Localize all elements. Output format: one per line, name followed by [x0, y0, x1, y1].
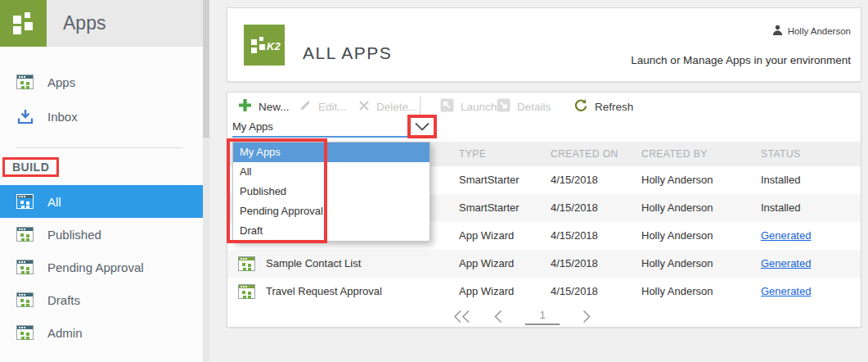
page-header-card: K2 ALL APPS Holly Anderson Launch or Man…: [227, 7, 861, 82]
pagination: 1: [205, 304, 839, 328]
dropdown-option-all[interactable]: All: [233, 162, 430, 182]
dropdown-option-my-apps[interactable]: My Apps: [233, 143, 430, 162]
generated-status-link[interactable]: Generated: [761, 257, 811, 269]
launch-button[interactable]: Launch: [440, 98, 497, 115]
next-page-icon[interactable]: [582, 310, 591, 324]
sidebar-item-pending-approval[interactable]: Pending Approval: [0, 251, 203, 283]
launch-arrow-icon: [440, 98, 454, 115]
toolbar-divider: [420, 97, 421, 116]
scrollbar-thumb[interactable]: [203, 0, 209, 138]
column-header-type: TYPE: [459, 142, 551, 166]
app-window-icon: [238, 256, 255, 271]
sidebar-item-label: Apps: [47, 75, 75, 89]
sidebar-item-drafts[interactable]: Drafts: [0, 283, 203, 316]
table-row[interactable]: Sample Contact List App Wizard 4/15/2018…: [227, 250, 861, 278]
build-section-label-annotated: BUILD: [2, 157, 59, 177]
person-icon: [772, 25, 783, 37]
sidebar-item-label: Pending Approval: [47, 260, 144, 274]
k2-grid-logo-icon[interactable]: [0, 0, 47, 47]
dropdown-option-draft[interactable]: Draft: [233, 221, 430, 241]
sidebar-item-label: Admin: [47, 326, 83, 340]
status-text: Installed: [761, 174, 800, 186]
inbox-icon: [16, 109, 34, 124]
app-filter-select[interactable]: My Apps: [232, 117, 407, 138]
build-items-list: All Published Pending Approval Drafts Ad…: [0, 185, 203, 349]
user-name: Holly Anderson: [788, 26, 851, 36]
refresh-button[interactable]: Refresh: [573, 98, 633, 115]
delete-button[interactable]: Delete...: [358, 100, 420, 114]
plus-icon: [238, 98, 252, 115]
chevron-down-icon[interactable]: [414, 122, 430, 131]
sidebar-item-label: Published: [47, 228, 101, 242]
details-arrow-icon-button[interactable]: Details: [497, 98, 562, 115]
edit-button[interactable]: Edit...: [299, 99, 358, 114]
generated-status-link[interactable]: Generated: [761, 229, 811, 242]
sidebar-item-apps[interactable]: Apps: [0, 65, 203, 99]
column-header-status: STATUS: [761, 142, 861, 166]
dropdown-option-published[interactable]: Published: [233, 182, 430, 201]
apps-window-icon: [16, 75, 34, 89]
table-row[interactable]: Travel Request Approval App Wizard 4/15/…: [227, 278, 861, 305]
app-name: Sample Contact List: [266, 250, 361, 278]
details-arrow-icon: [497, 98, 510, 115]
apps-window-icon: [16, 227, 34, 242]
filter-dropdown-list: My Apps All Published Pending Approval D…: [232, 142, 430, 242]
annotation-box-chevron: [407, 115, 437, 138]
k2-logo: K2: [244, 25, 285, 66]
apps-window-icon: [16, 260, 34, 274]
apps-window-icon: [16, 325, 34, 340]
column-header-created-by: CREATED BY: [641, 142, 761, 166]
x-icon: [358, 100, 370, 114]
column-header-created-on: CREATED ON: [551, 142, 641, 166]
app-name: Travel Request Approval: [266, 278, 382, 305]
sidebar-item-label: Inbox: [47, 110, 78, 124]
refresh-icon: [573, 98, 588, 115]
user-menu[interactable]: Holly Anderson: [772, 25, 851, 37]
pencil-icon: [299, 99, 312, 114]
first-page-icon[interactable]: [452, 310, 471, 324]
sidebar-item-label: All: [47, 195, 61, 209]
toolbar: New... Edit... Delete... Launch: [227, 93, 861, 120]
app-window-icon: [238, 284, 255, 299]
page-number-input[interactable]: 1: [525, 307, 560, 325]
generated-status-link[interactable]: Generated: [761, 285, 811, 297]
sidebar-item-published[interactable]: Published: [0, 218, 203, 251]
filter-value: My Apps: [232, 120, 273, 133]
sidebar-item-all[interactable]: All: [0, 185, 203, 218]
sidebar-title: Apps: [63, 12, 106, 34]
sidebar-item-admin[interactable]: Admin: [0, 316, 203, 349]
sidebar: Apps Apps Inbox BUILD All Publishe: [0, 0, 203, 362]
apps-window-icon: [16, 194, 34, 209]
apps-list-card: New... Edit... Delete... Launch: [227, 92, 861, 328]
sidebar-item-label: Drafts: [47, 293, 80, 307]
dropdown-option-pending-approval[interactable]: Pending Approval: [233, 201, 430, 221]
sidebar-nav: Apps Inbox: [0, 65, 203, 133]
sidebar-item-inbox[interactable]: Inbox: [0, 99, 203, 133]
page-title: ALL APPS: [303, 43, 392, 63]
page-subtitle: Launch or Manage Apps in your environmen…: [631, 54, 851, 66]
new-button[interactable]: New...: [238, 98, 299, 115]
apps-window-icon: [16, 292, 34, 307]
status-text: Installed: [761, 201, 800, 214]
sidebar-header: Apps: [0, 0, 203, 47]
sidebar-divider: [16, 147, 182, 148]
previous-page-icon[interactable]: [493, 310, 503, 324]
